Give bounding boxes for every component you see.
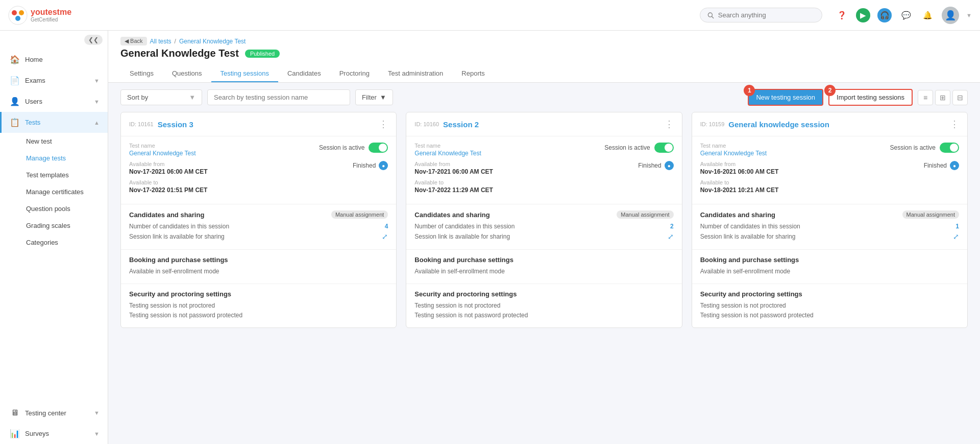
bell-icon[interactable]: 🔔 [920,8,935,22]
tab-test-administration[interactable]: Test administration [379,65,452,82]
tab-reports[interactable]: Reports [452,65,494,82]
grid-view-button[interactable]: ⊞ [935,90,950,105]
sidebar-sub-grading-scales[interactable]: Grading scales [0,217,108,234]
sidebar-item-users[interactable]: 👤 Users ▼ [0,91,108,112]
booking-desc-0: Available in self-enrollment mode [129,268,219,275]
back-button[interactable]: ◀ Back [120,37,147,45]
session-title-0[interactable]: Session 3 [158,120,375,129]
test-name-value-2[interactable]: General Knowledge Test [700,150,890,157]
sidebar-sub-question-pools[interactable]: Question pools [0,200,108,217]
tab-testing-sessions[interactable]: Testing sessions [211,65,278,82]
header-icons: ❓ ▶ 🎧 💬 🔔 👤 ▼ [835,7,972,24]
session-active-toggle-0[interactable] [369,143,388,153]
breadcrumb-current[interactable]: General Knowledge Test [179,38,246,45]
sidebar-sub-manage-tests[interactable]: Manage tests [0,150,108,167]
user-avatar[interactable]: 👤 [942,7,959,24]
session-search-input[interactable] [207,89,350,105]
security-desc2-0: Testing session is not password protecte… [129,312,242,319]
svg-line-5 [712,16,714,18]
session-title-1[interactable]: Session 2 [443,120,660,129]
link-label-1: Session link is available for sharing [414,233,510,240]
card-menu-icon-0[interactable]: ⋮ [379,119,388,130]
import-testing-sessions-button[interactable]: 2 Import testing sessions [828,89,913,106]
play-icon[interactable]: ▶ [856,8,870,22]
candidates-count-row-0: Number of candidates in this session 4 [129,223,388,230]
compact-view-button[interactable]: ⊟ [952,90,968,105]
cards-area: ID: 10161 Session 3 ⋮ Test name General … [108,112,980,444]
sidebar-sub-test-templates[interactable]: Test templates [0,167,108,183]
sidebar-sub-manage-certificates[interactable]: Manage certificates [0,183,108,200]
candidates-section-title-0: Candidates and sharing [129,211,204,219]
candidates-label-0: Number of candidates in this session [129,223,229,230]
filter-button[interactable]: Filter ▼ [355,89,393,105]
card-menu-icon-2[interactable]: ⋮ [950,119,959,130]
filter-icon: ▼ [380,94,386,101]
new-testing-session-button[interactable]: 1 New testing session [748,89,823,106]
svg-point-2 [19,10,24,15]
sidebar-item-testing-center[interactable]: 🖥 Testing center ▼ [0,403,108,423]
chevron-down-icon[interactable]: ▼ [966,12,972,18]
tab-settings[interactable]: Settings [120,65,163,82]
share-icon-1[interactable]: ⤢ [668,232,674,241]
sidebar-item-exams[interactable]: 📄 Exams ▼ [0,70,108,91]
body-layout: ❮❮ 🏠 Home 📄 Exams ▼ 👤 Users ▼ 📋 Tests ▲ … [0,31,980,444]
link-label-2: Session link is available for sharing [700,233,796,240]
search-input[interactable] [718,11,815,19]
security-desc1-1: Testing session is not proctored [414,302,500,309]
global-search-bar[interactable] [700,8,822,22]
brand-name: youtestme [31,8,71,17]
sessions-grid: ID: 10161 Session 3 ⋮ Test name General … [120,112,968,328]
test-name-value-1[interactable]: General Knowledge Test [414,150,604,157]
card-row-available-from-1: Available from Nov-17-2021 06:00 AM CET … [414,161,673,175]
sidebar-item-label: Home [25,56,100,63]
share-icon-0[interactable]: ⤢ [382,232,388,241]
test-name-value-0[interactable]: General Knowledge Test [129,150,319,157]
tab-proctoring[interactable]: Proctoring [330,65,379,82]
help-icon[interactable]: ❓ [835,8,849,22]
headset-icon[interactable]: 🎧 [877,8,892,22]
available-from-value-0: Nov-17-2021 06:00 AM CET [129,168,353,175]
test-name-label-0: Test name [129,143,319,149]
sort-chevron-icon: ▼ [189,94,195,101]
security-desc1-0: Testing session is not proctored [129,302,215,309]
sidebar-item-home[interactable]: 🏠 Home [0,49,108,70]
list-view-button[interactable]: ≡ [918,90,933,105]
back-label: ◀ Back [125,38,143,44]
session-active-toggle-2[interactable] [940,143,959,153]
sidebar-collapse-button[interactable]: ❮❮ [84,35,103,45]
finished-label-1: Finished [638,162,661,169]
test-name-field-2: Test name General Knowledge Test [700,143,890,157]
sidebar-item-label: Surveys [25,430,89,437]
main-content: ◀ Back All tests / General Knowledge Tes… [108,31,980,444]
sidebar-sub-categories[interactable]: Categories [0,234,108,251]
sidebar-item-tests[interactable]: 📋 Tests ▲ [0,112,108,133]
chat-icon[interactable]: 💬 [899,8,913,22]
card-header-0: ID: 10161 Session 3 ⋮ [121,112,396,136]
tab-questions[interactable]: Questions [163,65,211,82]
sidebar-item-surveys[interactable]: 📊 Surveys ▼ [0,423,108,444]
session-id-1: ID: 10160 [414,121,439,127]
candidates-section-header-0: Candidates and sharing Manual assignment [129,211,388,219]
manual-badge-1: Manual assignment [617,211,673,219]
tab-candidates[interactable]: Candidates [278,65,330,82]
candidates-label-2: Number of candidates in this session [700,223,800,230]
session-active-toggle-1[interactable] [654,143,674,153]
search-icon [707,12,714,19]
session-title-2[interactable]: General knowledge session [728,120,946,129]
card-menu-icon-1[interactable]: ⋮ [665,119,674,130]
session-card-1: ID: 10160 Session 2 ⋮ Test name General … [406,112,682,328]
sort-by-select[interactable]: Sort by ▼ [120,89,202,105]
sidebar-sub-new-test[interactable]: New test [0,133,108,150]
booking-section-header-2: Booking and purchase settings [700,256,959,264]
finished-row-0: Finished ● [353,161,388,170]
security-desc1-row-1: Testing session is not proctored [414,302,673,309]
security-section-2: Security and proctoring settings Testing… [692,284,967,328]
breadcrumb-all-tests[interactable]: All tests [150,38,172,45]
finished-label-2: Finished [924,162,947,169]
card-row-available-to-0: Available to Nov-17-2022 01:51 PM CET [129,179,388,194]
booking-section-2: Booking and purchase settings Available … [692,249,967,284]
chevron-icon: ▼ [94,410,100,416]
session-active-label-0: Session is active [319,144,364,151]
share-icon-2[interactable]: ⤢ [953,232,959,241]
security-desc1-2: Testing session is not proctored [700,302,786,309]
